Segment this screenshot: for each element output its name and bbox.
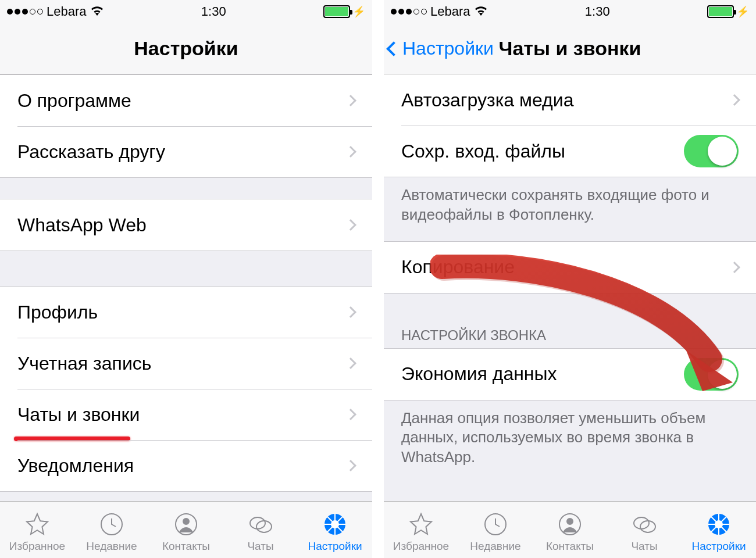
chevron-right-icon [729,262,740,273]
chevron-right-icon [345,306,356,318]
screen-settings: Lebara 1:30 ⚡ Настройки О программе Расс… [0,0,372,558]
status-left: Lebara [7,4,104,19]
page-title: Настройки [134,37,238,60]
tab-label: Избранное [393,540,449,553]
battery-icon [707,5,734,18]
tab-label: Чаты [247,540,273,553]
clock-icon [482,510,509,538]
tab-label: Недавние [86,540,137,553]
tab-chats[interactable]: Чаты [607,510,682,553]
tab-recent[interactable]: Недавние [74,510,149,553]
tab-bar: Избранное Недавние Контакты Чаты Настрой… [384,501,756,558]
tab-contacts[interactable]: Контакты [149,510,223,553]
row-chats-calls[interactable]: Чаты и звонки [0,389,372,440]
chevron-right-icon [345,357,356,369]
row-account[interactable]: Учетная запись [0,338,372,389]
chevron-right-icon [345,146,356,158]
person-icon [556,510,584,538]
tab-label: Чаты [631,540,657,553]
chevron-left-icon [386,41,401,56]
row-backup[interactable]: Копирование [384,242,756,293]
row-data-saver[interactable]: Экономия данных [384,349,756,400]
tab-label: Контакты [546,540,594,553]
row-label: О программе [17,90,131,112]
section-header-call: НАСТРОЙКИ ЗВОНКА [384,323,756,348]
page-title: Чаты и звонки [499,37,641,60]
status-time: 1:30 [201,4,226,19]
signal-icon [7,9,43,15]
svg-point-14 [566,518,573,525]
settings-list: О программе Рассказать другу WhatsApp We… [0,74,372,501]
row-label: WhatsApp Web [17,214,147,236]
back-button[interactable]: Настройки [388,38,494,59]
star-icon [407,510,435,538]
tab-label: Настройки [308,540,362,553]
wifi-icon [90,4,104,19]
carrier-label: Lebara [47,4,87,19]
tab-recent[interactable]: Недавние [458,510,533,553]
footer-data-saver: Данная опция позволяет уменьшить объем д… [384,400,756,473]
nav-bar: Настройки Чаты и звонки [384,23,756,74]
gear-icon [705,510,733,538]
row-label: Экономия данных [401,363,557,385]
svg-point-2 [183,518,190,525]
tab-label: Настройки [691,540,746,553]
signal-icon [391,9,427,15]
row-profile[interactable]: Профиль [0,287,372,338]
screen-chats-calls: Lebara 1:30 ⚡ Настройки Чаты и звонки Ав… [384,0,756,558]
chevron-right-icon [345,409,356,420]
row-whatsapp-web[interactable]: WhatsApp Web [0,199,372,251]
chevron-right-icon [345,460,356,471]
person-icon [172,510,200,538]
row-label: Сохр. вход. файлы [401,141,565,162]
row-label: Профиль [17,302,98,323]
chevron-right-icon [345,219,356,231]
chats-calls-list: Автозагрузка медиа Сохр. вход. файлы Авт… [384,74,756,501]
tab-favorites[interactable]: Избранное [384,510,458,553]
wifi-icon [474,4,488,19]
tab-settings[interactable]: Настройки [682,510,756,553]
tab-bar: Избранное Недавние Контакты Чаты Настрой… [0,501,372,558]
status-right: ⚡ [323,5,365,18]
gear-icon [321,510,349,538]
carrier-label: Lebara [430,4,470,19]
row-about[interactable]: О программе [0,75,372,126]
status-right: ⚡ [707,5,749,18]
row-notifications[interactable]: Уведомления [0,440,372,491]
row-label: Автозагрузка медиа [401,90,573,111]
battery-icon [323,5,350,18]
status-bar: Lebara 1:30 ⚡ [384,0,756,23]
toggle-save-incoming[interactable] [684,135,739,167]
chevron-right-icon [345,95,356,106]
clock-icon [98,510,126,538]
toggle-data-saver[interactable] [684,358,739,391]
charging-icon: ⚡ [352,5,365,18]
tab-label: Контакты [162,540,210,553]
tab-contacts[interactable]: Контакты [533,510,607,553]
row-label: Чаты и звонки [17,404,140,425]
row-tell-friend[interactable]: Рассказать другу [0,126,372,177]
tab-settings[interactable]: Настройки [298,510,372,553]
chat-icon [247,510,274,538]
row-label: Рассказать другу [17,141,165,163]
row-label: Уведомления [17,455,134,477]
star-icon [23,510,51,538]
nav-bar: Настройки [0,23,372,74]
footer-save-incoming: Автоматически сохранять входящие фото и … [384,177,756,231]
tab-label: Избранное [9,540,65,553]
row-label: Учетная запись [17,353,151,374]
tab-label: Недавние [470,540,520,553]
tab-chats[interactable]: Чаты [223,510,298,553]
status-bar: Lebara 1:30 ⚡ [0,0,372,23]
row-auto-download[interactable]: Автозагрузка медиа [384,74,756,126]
tab-favorites[interactable]: Избранное [0,510,74,553]
chevron-right-icon [729,94,740,106]
chat-icon [630,510,658,538]
back-label: Настройки [402,38,494,59]
status-time: 1:30 [585,4,610,19]
status-left: Lebara [391,4,488,19]
row-label: Копирование [401,256,515,278]
charging-icon: ⚡ [736,5,749,18]
row-save-incoming[interactable]: Сохр. вход. файлы [384,126,756,177]
